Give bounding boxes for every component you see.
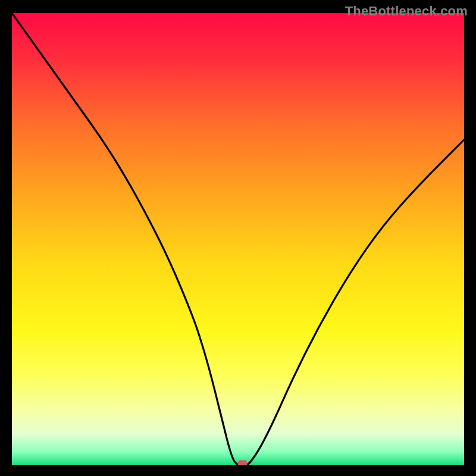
plot-area — [12, 13, 464, 465]
optimal-point-marker — [238, 461, 248, 466]
watermark-text: TheBottleneck.com — [345, 4, 468, 19]
chart-frame: TheBottleneck.com — [0, 0, 476, 476]
gradient-background — [12, 13, 464, 465]
bottleneck-chart — [12, 13, 464, 465]
